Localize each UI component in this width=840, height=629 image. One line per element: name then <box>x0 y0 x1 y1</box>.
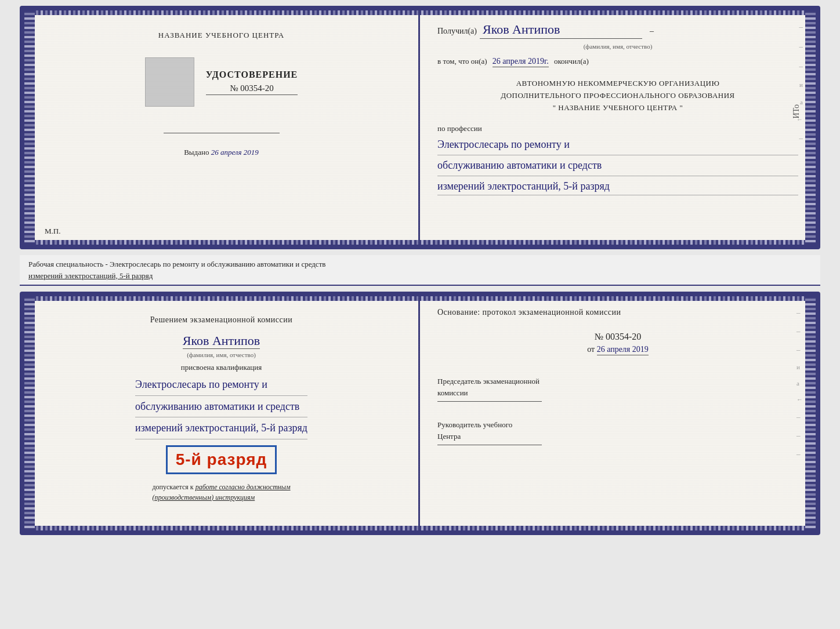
issued-label: Выдано <box>184 148 209 157</box>
chairman-line2: комиссии <box>437 388 468 397</box>
date-prefix: от <box>587 345 595 354</box>
profession-label-top: по профессии <box>437 124 798 133</box>
bmark-и: и <box>796 363 803 370</box>
recipient-name: Яков Антипов <box>480 22 642 39</box>
admission-italic2: (производственным) инструкциям <box>152 493 255 501</box>
info-text-line2: измерений электростанций, 5-й разряд <box>28 270 812 282</box>
director-signature-line <box>437 445 542 445</box>
qual-line2: обслуживанию автоматики и средств <box>135 397 307 417</box>
bmark-1: – <box>796 308 803 317</box>
profession-line1: Электрослесарь по ремонту и <box>437 136 798 155</box>
chairman-block: Председатель экзаменационной комиссии <box>437 376 798 410</box>
info-text-line1: Рабочая специальность - Электрослесарь п… <box>28 259 812 270</box>
confirmed-date: 26 апреля 2019г. <box>493 57 549 67</box>
cert-title: УДОСТОВЕРЕНИЕ <box>206 70 298 80</box>
bmark-5: – <box>796 431 803 440</box>
protocol-date: 26 апреля 2019 <box>597 345 649 355</box>
mark-2: – <box>799 42 803 51</box>
qualification-label: присвоена квалификация <box>181 363 262 372</box>
resolution-name: Яков Антипов <box>183 333 260 349</box>
org-block: АВТОНОМНУЮ НЕКОММЕРЧЕСКУЮ ОРГАНИЗАЦИЮ ДО… <box>437 78 798 114</box>
director-line2: Центра <box>437 432 461 441</box>
top-right-page: Получил(а) Яков Антипов – (фамилия, имя,… <box>420 10 816 245</box>
bottom-right-page: Основание: протокол экзаменационной коми… <box>420 296 816 530</box>
rank-badge: 5-й разряд <box>166 445 277 474</box>
director-block: Руководитель учебного Центра <box>437 419 798 454</box>
bottom-left-page: Решением экзаменационной комиссии Яков А… <box>24 296 420 530</box>
admission-text: допускается к работе согласно должностны… <box>152 482 290 503</box>
chairman-line1: Председатель экзаменационной <box>437 377 540 386</box>
resolution-name-subtitle: (фамилия, имя, отчество) <box>187 351 256 358</box>
signature-line <box>164 133 280 133</box>
right-margin-marks-top: – – – и а ← – <box>796 22 803 143</box>
qual-line3: измерений электростанций, 5-й разряд <box>135 419 307 439</box>
bmark-4: – <box>796 412 803 421</box>
issued-date: 26 апреля 2019 <box>211 148 259 157</box>
chairman-signature-line <box>437 401 542 402</box>
bmark-3: – <box>796 345 803 354</box>
confirmed-text: в том, что он(а) <box>437 57 487 66</box>
profession-line3: измерений электростанций, 5-й разряд <box>437 177 798 195</box>
okончил-label: окончил(а) <box>554 57 589 66</box>
qual-line1: Электрослесарь по ремонту и <box>135 375 307 395</box>
mark-4: – <box>799 133 803 143</box>
seal-placeholder <box>145 57 194 107</box>
org-line2: ДОПОЛНИТЕЛЬНОГО ПРОФЕССИОНАЛЬНОГО ОБРАЗО… <box>437 90 798 102</box>
right-margin-marks-bottom: – – – и а ← – – – <box>796 308 803 459</box>
top-org-name: НАЗВАНИЕ УЧЕБНОГО ЦЕНТРА <box>158 31 284 40</box>
mark-1: – <box>799 22 803 31</box>
basis-label: Основание: протокол экзаменационной коми… <box>437 308 798 317</box>
director-line1: Руководитель учебного <box>437 420 512 429</box>
cert-number: № 00354-20 <box>206 83 298 95</box>
top-left-page: НАЗВАНИЕ УЧЕБНОГО ЦЕНТРА УДОСТОВЕРЕНИЕ №… <box>24 10 420 245</box>
info-strip: Рабочая специальность - Электрослесарь п… <box>20 255 820 286</box>
director-title: Руководитель учебного Центра <box>437 419 798 442</box>
bmark-а: а <box>796 380 803 387</box>
qual-text: Электрослесарь по ремонту и обслуживанию… <box>135 375 307 440</box>
org-name-quoted: " НАЗВАНИЕ УЧЕБНОГО ЦЕНТРА " <box>437 102 798 114</box>
mark-и: и <box>799 81 803 88</box>
admission-prefix: допускается к <box>152 483 193 491</box>
protocol-number: № 00354-20 <box>437 332 798 342</box>
received-label: Получил(а) <box>437 27 477 36</box>
bmark-6: – <box>796 449 803 459</box>
profession-line2: обслуживанию автоматики и средств <box>437 157 798 176</box>
confirmed-line: в том, что он(а) 26 апреля 2019г. окончи… <box>437 57 798 67</box>
issued-line: Выдано 26 апреля 2019 <box>184 148 259 157</box>
resolution-text: Решением экзаменационной комиссии <box>150 314 293 326</box>
cert-title-block: УДОСТОВЕРЕНИЕ № 00354-20 <box>206 70 298 95</box>
bmark-arrow: ← <box>796 396 803 403</box>
dash: – <box>650 27 654 36</box>
cert-seal-area: УДОСТОВЕРЕНИЕ № 00354-20 <box>39 57 404 107</box>
org-line1: АВТОНОМНУЮ НЕКОММЕРЧЕСКУЮ ОРГАНИЗАЦИЮ <box>437 78 798 90</box>
profession-text-top: Электрослесарь по ремонту и обслуживанию… <box>437 136 798 195</box>
protocol-date-line: от 26 апреля 2019 <box>437 345 798 355</box>
ito-mark: ИТо <box>792 104 801 119</box>
name-subtitle-top: (фамилия, имя, отчество) <box>437 43 798 50</box>
bmark-2: – <box>796 326 803 336</box>
chairman-title: Председатель экзаменационной комиссии <box>437 376 798 398</box>
mark-3: – <box>799 61 803 71</box>
admission-italic: работе согласно должностным <box>195 483 291 491</box>
bottom-document: Решением экзаменационной комиссии Яков А… <box>20 292 820 535</box>
top-document: НАЗВАНИЕ УЧЕБНОГО ЦЕНТРА УДОСТОВЕРЕНИЕ №… <box>20 6 820 249</box>
mp-label: М.П. <box>45 227 60 236</box>
received-line: Получил(а) Яков Антипов – <box>437 22 798 39</box>
